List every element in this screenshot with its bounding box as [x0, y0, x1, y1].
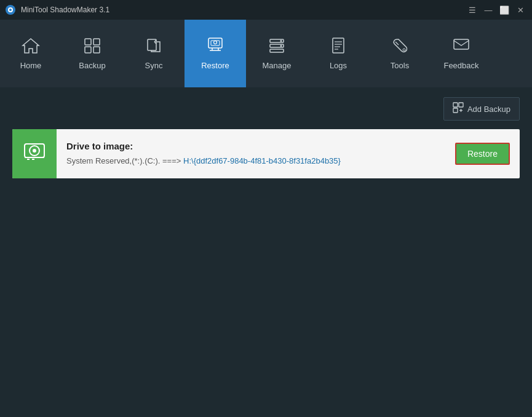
content-area: Add Backup Drive to image: System Reserv… — [0, 87, 532, 417]
feedback-label: Feedback — [443, 61, 478, 70]
home-icon — [22, 37, 40, 57]
restore-icon — [206, 37, 224, 57]
nav-item-restore[interactable]: Restore — [185, 20, 246, 87]
app-logo — [5, 4, 16, 15]
add-backup-button[interactable]: Add Backup — [443, 97, 520, 121]
backup-card-action: Restore — [445, 143, 520, 165]
svg-point-31 — [33, 149, 36, 153]
sync-icon — [145, 37, 163, 57]
nav-item-manage[interactable]: Manage — [246, 20, 308, 87]
svg-rect-9 — [211, 41, 220, 46]
manage-icon — [268, 37, 286, 57]
backup-card-title: Drive to image: — [66, 141, 435, 151]
svg-rect-4 — [93, 39, 100, 45]
svg-rect-5 — [85, 47, 91, 53]
window-controls: ☰ — ⬜ ✕ — [466, 3, 527, 17]
add-backup-icon — [453, 102, 464, 116]
nav-item-tools[interactable]: Tools — [369, 20, 431, 87]
drive-icon — [22, 140, 47, 167]
manage-label: Manage — [263, 61, 292, 70]
svg-point-14 — [280, 40, 282, 42]
close-button[interactable]: ✕ — [514, 3, 527, 17]
tools-icon — [391, 37, 409, 57]
backup-icon — [83, 37, 101, 57]
sync-label: Sync — [145, 61, 163, 70]
logs-label: Logs — [330, 61, 347, 70]
minimize-button[interactable]: — — [482, 3, 495, 17]
backup-card-description: System Reserved,(*:).(C:). ===> H:\{ddf2… — [66, 155, 435, 167]
backup-card-icon-wrap — [12, 129, 57, 178]
svg-rect-3 — [85, 39, 91, 45]
backup-card: Drive to image: System Reserved,(*:).(C:… — [12, 129, 520, 178]
nav-item-feedback[interactable]: Feedback — [431, 20, 492, 87]
backup-card-body: Drive to image: System Reserved,(*:).(C:… — [57, 133, 445, 175]
svg-point-10 — [214, 41, 217, 44]
nav-item-home[interactable]: Home — [0, 20, 62, 87]
svg-rect-8 — [208, 38, 222, 48]
svg-point-2 — [9, 9, 12, 11]
app-title: MiniTool ShadowMaker 3.1 — [21, 6, 466, 14]
add-backup-label: Add Backup — [467, 105, 510, 114]
tools-label: Tools — [391, 61, 409, 70]
nav-item-logs[interactable]: Logs — [308, 20, 369, 87]
svg-rect-23 — [454, 39, 469, 49]
svg-rect-26 — [453, 108, 458, 113]
svg-rect-16 — [333, 38, 344, 53]
nav-item-backup[interactable]: Backup — [62, 20, 123, 87]
backup-desc-path: H:\{ddf2df67-984b-4f81-b430-8f31fa2b4b35… — [183, 156, 341, 165]
svg-rect-25 — [459, 103, 463, 107]
svg-rect-13 — [270, 49, 284, 52]
svg-rect-24 — [453, 103, 458, 107]
svg-rect-6 — [93, 47, 100, 53]
toolbar-row: Add Backup — [12, 97, 520, 121]
restore-label: Restore — [201, 61, 229, 70]
nav-item-sync[interactable]: Sync — [123, 20, 185, 87]
menu-button[interactable]: ☰ — [466, 3, 479, 17]
restore-button[interactable]: Restore — [455, 143, 510, 165]
feedback-icon — [452, 37, 470, 57]
backup-label: Backup — [79, 61, 105, 70]
backup-desc-text: System Reserved,(*:).(C:). ===> — [66, 156, 181, 165]
svg-point-15 — [280, 45, 282, 47]
maximize-button[interactable]: ⬜ — [498, 3, 511, 17]
logs-icon — [329, 37, 347, 57]
svg-point-22 — [403, 49, 405, 51]
home-label: Home — [20, 61, 42, 70]
svg-line-21 — [395, 42, 399, 45]
nav-bar: Home Backup Sync — [0, 20, 532, 87]
title-bar: MiniTool ShadowMaker 3.1 ☰ — ⬜ ✕ — [0, 0, 532, 20]
